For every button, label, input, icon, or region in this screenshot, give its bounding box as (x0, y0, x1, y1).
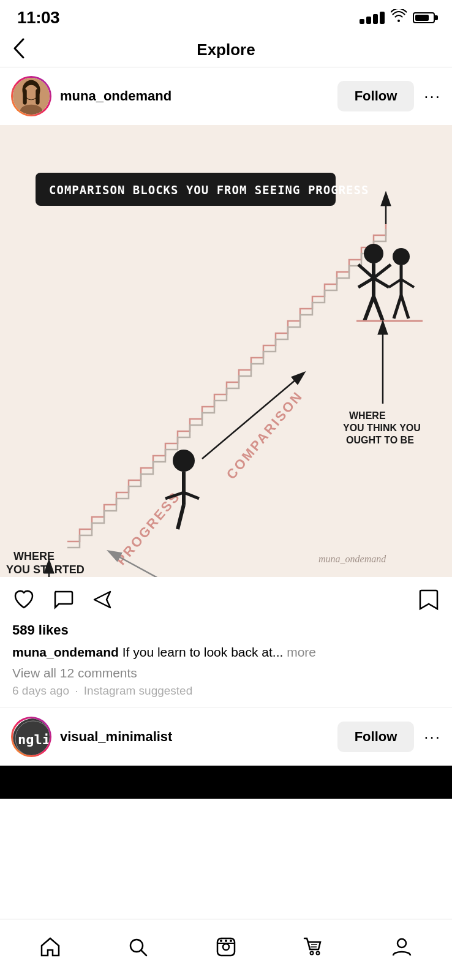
post2-user-info: visual_minimalist (60, 729, 329, 745)
svg-text:WHERE: WHERE (349, 410, 386, 421)
svg-point-30 (393, 248, 410, 265)
post1-action-icons (12, 588, 418, 611)
more-options-button[interactable]: ··· (424, 87, 441, 106)
avatar (11, 76, 51, 116)
post1-actions-bar (0, 577, 452, 622)
more-options-button-2[interactable]: ··· (424, 728, 441, 747)
post2-actions: Follow ··· (337, 722, 441, 752)
post-suggested: Instagram suggested (84, 684, 192, 697)
svg-text:muna_ondemand: muna_ondemand (318, 554, 386, 564)
comment-button[interactable] (51, 588, 75, 611)
follow-button-2[interactable]: Follow (337, 722, 415, 752)
post-time: 6 days ago (12, 684, 69, 697)
post2-header: ngli visual_minimalist Follow ··· (0, 707, 452, 766)
post1-image: COMPARISON BLOCKS YOU FROM SEEING PROGRE… (0, 125, 452, 577)
nav-home[interactable] (39, 936, 61, 958)
svg-text:YOU STARTED: YOU STARTED (6, 564, 85, 576)
svg-point-50 (223, 944, 229, 950)
home-indicator (0, 969, 452, 980)
svg-point-53 (225, 940, 227, 942)
post1-actions: Follow ··· (337, 81, 441, 111)
post1-info: 589 likes muna_ondemand If you learn to … (0, 622, 452, 707)
svg-point-55 (310, 951, 313, 954)
svg-text:ngli: ngli (18, 732, 50, 747)
post1-header: muna_ondemand Follow ··· (0, 67, 452, 125)
top-nav: Explore (0, 33, 452, 67)
svg-point-56 (316, 951, 319, 954)
svg-point-57 (397, 939, 406, 948)
caption-text: If you learn to look back at... (119, 645, 283, 659)
black-bar (0, 766, 452, 799)
svg-point-17 (173, 450, 195, 472)
svg-point-52 (220, 940, 222, 942)
nav-reels[interactable] (215, 936, 237, 958)
status-icons (360, 9, 435, 26)
svg-point-47 (130, 940, 143, 952)
svg-line-48 (141, 951, 146, 956)
post2-avatar: ngli (11, 717, 51, 757)
follow-button[interactable]: Follow (337, 81, 415, 111)
likes-count: 589 likes (12, 622, 440, 638)
post1-meta: 6 days ago · Instagram suggested (12, 684, 440, 698)
status-time: 11:03 (17, 8, 59, 28)
svg-rect-3 (23, 89, 26, 104)
post1-caption: muna_ondemand If you learn to look back … (12, 643, 440, 661)
page-title: Explore (197, 40, 255, 59)
nav-shop[interactable] (303, 936, 325, 958)
nav-search[interactable] (127, 936, 149, 958)
caption-username: muna_ondemand (12, 645, 119, 659)
svg-point-22 (364, 244, 383, 263)
back-button[interactable] (12, 37, 26, 62)
post1-user-info: muna_ondemand (60, 88, 329, 104)
battery-icon (413, 12, 435, 23)
svg-text:YOU THINK YOU: YOU THINK YOU (343, 423, 421, 433)
svg-point-54 (230, 940, 232, 942)
bookmark-button[interactable] (418, 588, 440, 611)
post1-username: muna_ondemand (60, 88, 171, 104)
svg-text:OUGHT TO BE: OUGHT TO BE (346, 435, 414, 445)
caption-more[interactable]: more (287, 645, 316, 659)
comments-link[interactable]: View all 12 comments (12, 666, 440, 680)
like-button[interactable] (12, 588, 36, 611)
wifi-icon (391, 9, 407, 26)
status-bar: 11:03 (0, 0, 452, 33)
nav-profile[interactable] (391, 936, 413, 958)
signal-icon (360, 12, 385, 24)
post2-username: visual_minimalist (60, 729, 172, 744)
svg-rect-4 (36, 89, 39, 104)
share-button[interactable] (91, 588, 114, 611)
svg-text:COMPARISON BLOCKS YOU FROM SEE: COMPARISON BLOCKS YOU FROM SEEING PROGRE… (49, 183, 369, 197)
svg-text:WHERE: WHERE (13, 550, 55, 562)
